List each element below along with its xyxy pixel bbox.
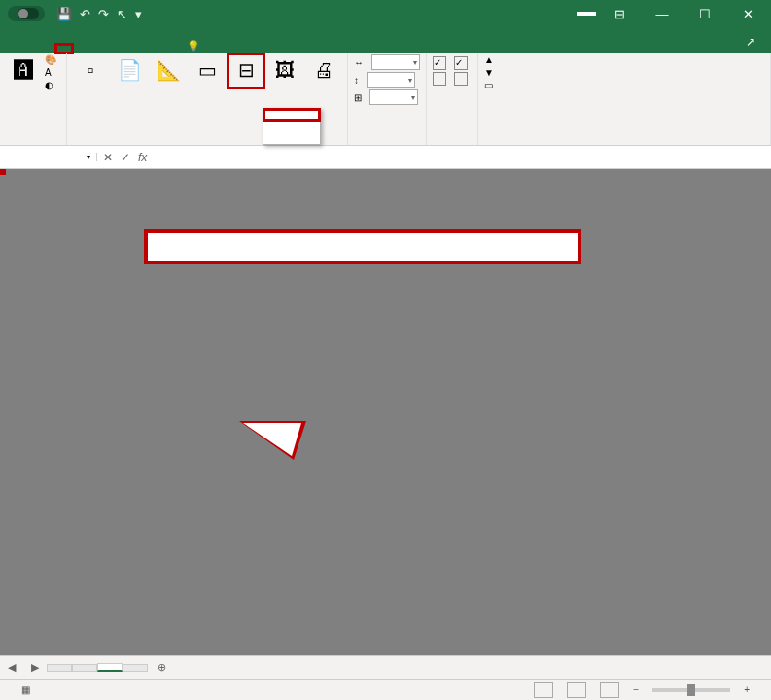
print-area-icon: ▭ bbox=[193, 56, 221, 84]
tab-help[interactable] bbox=[161, 45, 177, 52]
zoom-slider[interactable] bbox=[652, 688, 730, 692]
breaks-icon: ⊟ bbox=[232, 56, 260, 84]
effects-icon: ◐ bbox=[45, 80, 53, 90]
backward-icon: ▼ bbox=[484, 67, 494, 78]
print-titles-button[interactable]: 🖨 bbox=[306, 54, 341, 88]
palette-icon: 🎨 bbox=[45, 54, 56, 65]
colors-button[interactable]: 🎨 bbox=[45, 54, 60, 65]
view-page-layout-button[interactable] bbox=[567, 682, 586, 698]
size-button[interactable]: 📐 bbox=[151, 54, 186, 88]
selection-icon: ▭ bbox=[484, 80, 493, 90]
gridlines-print-checkbox[interactable] bbox=[433, 72, 450, 86]
themes-icon: 🅰 bbox=[10, 56, 37, 84]
menu-insert-page-break[interactable] bbox=[263, 109, 320, 121]
undo-icon[interactable]: ↶ bbox=[80, 7, 90, 21]
headings-view-checkbox[interactable]: ✓ bbox=[454, 56, 472, 70]
title-bar: 💾 ↶ ↷ ↖ ▾ ⊟ — ☐ ✕ bbox=[0, 0, 771, 27]
redo-icon[interactable]: ↷ bbox=[98, 7, 109, 21]
font-icon: A bbox=[45, 67, 52, 78]
group-sheetopts-label bbox=[433, 141, 472, 143]
effects-button[interactable]: ◐ bbox=[45, 80, 60, 90]
view-normal-button[interactable] bbox=[534, 682, 553, 698]
enter-icon[interactable]: ✓ bbox=[121, 151, 130, 164]
tab-review[interactable] bbox=[109, 45, 124, 52]
breaks-menu bbox=[263, 108, 321, 145]
tab-file[interactable] bbox=[4, 45, 19, 52]
background-button[interactable]: 🖼 bbox=[267, 54, 302, 88]
gridlines-view-checkbox[interactable]: ✓ bbox=[433, 56, 450, 70]
headings-print-checkbox[interactable] bbox=[454, 72, 472, 86]
size-icon: 📐 bbox=[155, 56, 182, 84]
pointer-icon[interactable]: ↖ bbox=[117, 7, 127, 21]
cancel-icon[interactable]: ✕ bbox=[103, 151, 113, 164]
close-icon[interactable]: ✕ bbox=[728, 7, 767, 21]
sheet-tab-bar: ◀ ▶ ⊕ bbox=[0, 655, 771, 679]
sheet-tab-2[interactable] bbox=[72, 664, 97, 672]
width-icon: ↔ bbox=[354, 57, 364, 68]
height-combo[interactable]: ▾ bbox=[367, 72, 415, 88]
send-backward-button[interactable]: ▼ bbox=[484, 67, 498, 78]
bring-forward-button[interactable]: ▲ bbox=[484, 54, 498, 65]
group-scale-label bbox=[354, 141, 420, 143]
formula-input[interactable] bbox=[155, 151, 765, 164]
themes-button[interactable]: 🅰 bbox=[6, 54, 41, 88]
menu-remove-page-break[interactable] bbox=[263, 121, 320, 132]
menu-reset-page-breaks[interactable] bbox=[263, 132, 320, 144]
save-icon[interactable]: 💾 bbox=[56, 7, 72, 21]
zoom-out-button[interactable]: − bbox=[633, 684, 639, 695]
tell-me-search[interactable]: 💡 bbox=[187, 40, 204, 52]
share-button[interactable]: ↗ bbox=[738, 31, 763, 52]
orientation-icon: 📄 bbox=[116, 56, 143, 84]
ribbon-tabs: 💡 ↗ bbox=[0, 27, 771, 52]
tab-formulas[interactable] bbox=[74, 45, 89, 52]
status-record-icon[interactable]: ▦ bbox=[21, 684, 30, 695]
orientation-button[interactable]: 📄 bbox=[112, 54, 147, 88]
ribbon: 🅰 🎨 A ◐ ▫ 📄 📐 ▭ ⊟ 🖼 🖨 ↔▾ ↕▾ ⊞▾ bbox=[0, 52, 771, 146]
formula-bar-row: ▾ ✕✓fx bbox=[0, 146, 771, 169]
scale-icon: ⊞ bbox=[354, 92, 362, 103]
tab-data[interactable] bbox=[91, 45, 107, 52]
print-area-button[interactable]: ▭ bbox=[190, 54, 225, 88]
name-box[interactable]: ▾ bbox=[0, 153, 97, 161]
qat-dropdown-icon[interactable]: ▾ bbox=[135, 7, 142, 21]
background-icon: 🖼 bbox=[271, 56, 298, 84]
status-bar: ▦ − + bbox=[0, 679, 771, 700]
tab-developer[interactable] bbox=[144, 45, 159, 52]
sheet-nav-next[interactable]: ▶ bbox=[23, 661, 47, 674]
signin-button[interactable] bbox=[577, 12, 596, 16]
breaks-button[interactable]: ⊟ bbox=[228, 54, 263, 88]
tab-insert[interactable] bbox=[39, 45, 54, 52]
bulb-icon: 💡 bbox=[187, 40, 200, 52]
sheet-tab-1[interactable] bbox=[47, 664, 72, 672]
tab-page-layout[interactable] bbox=[56, 45, 72, 52]
view-page-break-button[interactable] bbox=[600, 682, 619, 698]
selection-pane-button[interactable]: ▭ bbox=[484, 80, 498, 90]
add-sheet-button[interactable]: ⊕ bbox=[148, 661, 176, 674]
sheet-tab-2-copy[interactable] bbox=[97, 663, 123, 672]
ribbon-options-icon[interactable]: ⊟ bbox=[600, 7, 639, 21]
zoom-in-button[interactable]: + bbox=[744, 684, 750, 695]
forward-icon: ▲ bbox=[484, 54, 494, 65]
maximize-icon[interactable]: ☐ bbox=[685, 7, 724, 21]
fx-icon[interactable]: fx bbox=[138, 151, 147, 164]
sheet-nav-prev[interactable]: ◀ bbox=[0, 661, 23, 674]
scale-spinner[interactable]: ▾ bbox=[369, 89, 418, 105]
margins-icon: ▫ bbox=[77, 56, 104, 84]
margins-button[interactable]: ▫ bbox=[73, 54, 108, 88]
group-arrange-label bbox=[484, 141, 764, 143]
tab-view[interactable] bbox=[126, 45, 142, 52]
tab-home[interactable] bbox=[21, 45, 37, 52]
print-titles-icon: 🖨 bbox=[310, 56, 337, 84]
width-combo[interactable]: ▾ bbox=[371, 54, 420, 70]
minimize-icon[interactable]: — bbox=[643, 7, 682, 21]
height-icon: ↕ bbox=[354, 75, 359, 86]
annotation-callout bbox=[144, 229, 581, 264]
fonts-button[interactable]: A bbox=[45, 67, 60, 78]
autosave-toggle[interactable] bbox=[8, 6, 45, 21]
sheet-tab-3[interactable] bbox=[123, 664, 148, 672]
group-themes-label bbox=[6, 141, 60, 143]
